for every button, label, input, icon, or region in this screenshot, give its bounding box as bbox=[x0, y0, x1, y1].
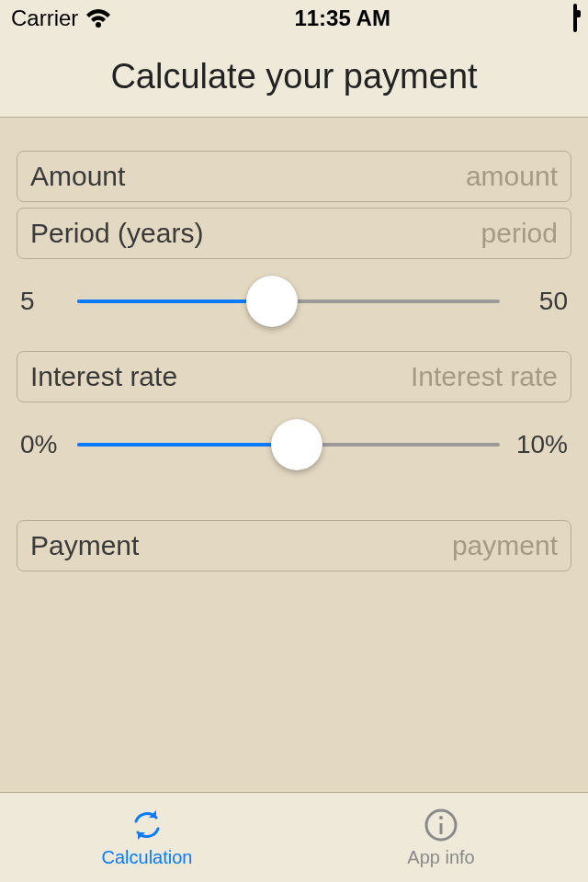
period-label: Period (years) bbox=[30, 218, 203, 249]
tab-appinfo-label: App info bbox=[407, 847, 474, 868]
period-slider-row: 5 50 bbox=[17, 259, 571, 351]
info-icon bbox=[423, 807, 459, 843]
interest-slider[interactable] bbox=[77, 426, 500, 463]
svg-point-2 bbox=[439, 816, 443, 820]
status-left: Carrier bbox=[11, 6, 111, 31]
period-slider-min: 5 bbox=[20, 287, 64, 316]
battery-icon bbox=[573, 6, 577, 31]
page-title: Calculate your payment bbox=[0, 37, 588, 118]
tab-calculation-label: Calculation bbox=[102, 847, 193, 868]
period-field[interactable]: Period (years) period bbox=[17, 208, 571, 259]
interest-slider-row: 0% 10% bbox=[17, 402, 571, 494]
refresh-icon bbox=[129, 807, 165, 843]
period-placeholder: period bbox=[481, 218, 558, 249]
svg-point-0 bbox=[96, 22, 101, 28]
carrier-label: Carrier bbox=[11, 6, 78, 31]
slider-thumb[interactable] bbox=[246, 276, 298, 327]
content: Amount amount Period (years) period 5 50… bbox=[0, 118, 588, 792]
payment-placeholder: payment bbox=[452, 530, 558, 561]
status-time: 11:35 AM bbox=[294, 6, 390, 31]
tab-appinfo[interactable]: App info bbox=[294, 793, 588, 882]
amount-placeholder: amount bbox=[466, 161, 558, 192]
interest-label: Interest rate bbox=[30, 361, 177, 392]
slider-track-fill bbox=[77, 443, 297, 447]
payment-label: Payment bbox=[30, 530, 139, 561]
slider-thumb[interactable] bbox=[271, 419, 322, 470]
interest-placeholder: Interest rate bbox=[411, 361, 558, 392]
period-slider[interactable] bbox=[77, 283, 500, 320]
interest-slider-max: 10% bbox=[513, 430, 568, 459]
amount-field[interactable]: Amount amount bbox=[17, 151, 571, 202]
interest-field[interactable]: Interest rate Interest rate bbox=[17, 351, 571, 402]
interest-slider-min: 0% bbox=[20, 430, 64, 459]
payment-field: Payment payment bbox=[17, 520, 571, 571]
slider-track-fill bbox=[77, 300, 272, 303]
wifi-icon bbox=[85, 8, 111, 28]
status-right bbox=[573, 6, 577, 31]
tab-bar: Calculation App info bbox=[0, 792, 588, 882]
status-bar: Carrier 11:35 AM bbox=[0, 0, 588, 37]
tab-calculation[interactable]: Calculation bbox=[0, 793, 294, 882]
amount-label: Amount bbox=[30, 161, 125, 192]
period-slider-max: 50 bbox=[513, 287, 568, 316]
